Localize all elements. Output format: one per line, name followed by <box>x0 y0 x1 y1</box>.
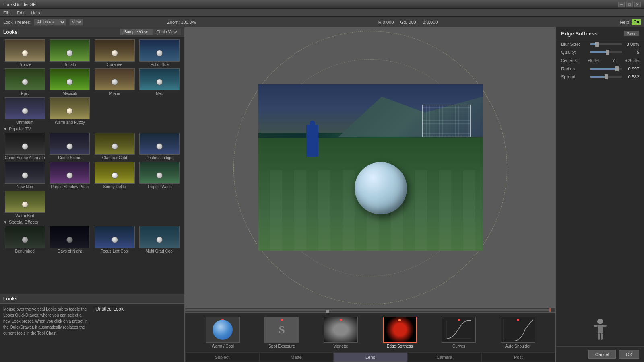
look-sunny[interactable]: Sunny Delite <box>93 162 136 189</box>
edge-softness-panel-title: Edge Softness Reset <box>556 27 644 40</box>
slider-thumb[interactable] <box>326 310 329 313</box>
look-multigrad[interactable]: Multi Grad Cool <box>138 226 182 253</box>
looks-scroll-area[interactable]: Bronze Buffalo Curahee <box>0 37 184 294</box>
quality-thumb[interactable] <box>606 50 609 55</box>
tool-warm-cool[interactable]: Warm / Cool <box>206 317 240 348</box>
toolchain: Warm / Cool S Spot Exposure V <box>185 312 555 362</box>
edge-softness-icon[interactable] <box>383 317 417 343</box>
toolbar: Look Theater: All Looks View Zoom: 100.0… <box>0 17 644 27</box>
menu-edit[interactable]: Edit <box>17 10 25 15</box>
blur-size-thumb[interactable] <box>595 42 599 47</box>
tab-matte[interactable]: Matte <box>259 352 333 362</box>
warm-cool-label: Warm / Cool <box>212 344 234 348</box>
look-purple[interactable]: Purple Shadow Push <box>48 162 92 189</box>
look-uhmatum[interactable]: Uhmatum <box>3 97 47 125</box>
app-title: LooksBuilder SE <box>3 2 618 7</box>
tab-lens[interactable]: Lens <box>333 352 407 362</box>
spread-row: Spread: 0.582 <box>556 73 644 81</box>
look-tropico[interactable]: Tropico Wash <box>138 162 182 189</box>
radius-thumb[interactable] <box>615 66 619 71</box>
view-button[interactable]: View <box>69 19 84 26</box>
spread-thumb[interactable] <box>605 74 608 79</box>
tab-chain-view[interactable]: Chain View <box>152 29 181 35</box>
tool-spot-exposure[interactable]: S Spot Exposure <box>264 317 299 348</box>
special-effects-label: Special Effects <box>9 220 38 224</box>
look-days[interactable]: Days of Night <box>48 226 92 253</box>
menu-help[interactable]: Help <box>31 10 40 15</box>
tab-sample-view[interactable]: Sample View <box>120 29 152 35</box>
menu-file[interactable]: File <box>3 10 10 15</box>
radius-slider[interactable] <box>590 68 622 70</box>
radius-value: 0.997 <box>625 66 639 71</box>
look-buffalo[interactable]: Buffalo <box>48 39 92 67</box>
spot-exposure-icon[interactable]: S <box>264 317 299 343</box>
look-bronze[interactable]: Bronze <box>3 39 47 67</box>
slider-marker <box>549 308 551 312</box>
look-crime-alt[interactable]: Crime Scene Alternate <box>3 133 47 160</box>
look-neo[interactable]: Neo <box>138 68 182 96</box>
center-x-label: Center X: <box>561 58 578 63</box>
right-spacer <box>556 81 644 314</box>
auto-shoulder-icon[interactable] <box>501 317 535 343</box>
look-warm-fuzzy[interactable]: Warm and Fuzzy <box>48 97 92 125</box>
curves-icon[interactable] <box>442 317 476 343</box>
canvas-area[interactable] <box>185 27 555 308</box>
svg-rect-6 <box>594 325 598 327</box>
tool-dot-curves <box>458 319 460 321</box>
look-newnoir[interactable]: New Noir <box>3 162 47 189</box>
special-effects-grid: Benumbed Days of Night Focus Left Cool <box>2 225 183 254</box>
canvas-slider[interactable] <box>185 308 555 312</box>
reset-button[interactable]: Reset <box>624 31 639 36</box>
look-epic[interactable]: Epic <box>3 68 47 96</box>
tab-camera[interactable]: Camera <box>407 352 481 362</box>
special-effects-arrow: ▼ <box>3 220 7 224</box>
close-button[interactable]: ✕ <box>634 2 641 7</box>
ok-cancel-area: Cancel OK <box>556 346 644 362</box>
tool-curves[interactable]: Curves <box>442 317 476 348</box>
tool-edge-softness[interactable]: Edge Softness <box>383 317 417 348</box>
popular-tv-label: Popular TV <box>9 126 31 131</box>
spread-value: 0.582 <box>625 74 639 79</box>
tool-vignette[interactable]: Vignette <box>324 317 358 348</box>
looks-info-title-label: Looks <box>3 296 17 302</box>
spread-slider[interactable] <box>590 76 622 78</box>
look-benumbed[interactable]: Benumbed <box>3 226 47 253</box>
look-curahee[interactable]: Curahee <box>93 39 136 67</box>
look-warmbird[interactable]: Warm Bird <box>3 191 47 218</box>
all-looks-select[interactable]: All Looks <box>34 19 66 26</box>
look-crime[interactable]: Crime Scene <box>48 133 92 160</box>
tool-auto-shoulder[interactable]: Auto Shoulder <box>501 317 535 348</box>
look-glamour[interactable]: Glamour Gold <box>93 133 136 160</box>
spread-label: Spread: <box>561 74 587 79</box>
g-display: G:0.000 <box>400 20 416 25</box>
look-miami[interactable]: Miami <box>93 68 136 96</box>
quality-slider[interactable] <box>590 51 622 53</box>
look-focus[interactable]: Focus Left Cool <box>93 226 136 253</box>
zoom-value: 100.0% <box>181 20 196 25</box>
cancel-button[interactable]: Cancel <box>588 350 616 359</box>
look-jealous[interactable]: Jealous Indigo <box>138 133 182 160</box>
rgb-display: R:0.000 G:0.000 B:0.000 <box>378 20 438 25</box>
vignette-icon[interactable] <box>324 317 358 343</box>
tab-subject[interactable]: Subject <box>185 352 259 362</box>
warm-cool-icon[interactable] <box>206 317 240 343</box>
special-effects-header[interactable]: ▼ Special Effects <box>2 219 183 225</box>
look-mexicali[interactable]: Mexicali <box>48 68 92 96</box>
minimize-button[interactable]: ─ <box>618 2 625 7</box>
maximize-button[interactable]: □ <box>626 2 633 7</box>
help-display: Help: On <box>620 19 641 25</box>
quality-row: Quality: 5 <box>556 48 644 56</box>
b-display: B:0.000 <box>422 20 438 25</box>
looks-header: Looks Sample View Chain View <box>0 27 184 37</box>
blur-size-slider[interactable] <box>590 43 622 45</box>
popular-tv-header[interactable]: ▼ Popular TV <box>2 125 183 132</box>
blur-size-value: 3.00% <box>625 42 639 47</box>
tab-post[interactable]: Post <box>481 352 555 362</box>
center-panel: Warm / Cool S Spot Exposure V <box>185 27 555 362</box>
blur-size-fill <box>590 43 595 45</box>
svg-rect-9 <box>601 333 603 340</box>
preview-image <box>258 84 483 251</box>
look-echo-blue[interactable]: Echo Blue <box>138 39 182 67</box>
current-look-name: Untitled Look <box>92 304 184 362</box>
ok-button[interactable]: OK <box>619 350 639 359</box>
